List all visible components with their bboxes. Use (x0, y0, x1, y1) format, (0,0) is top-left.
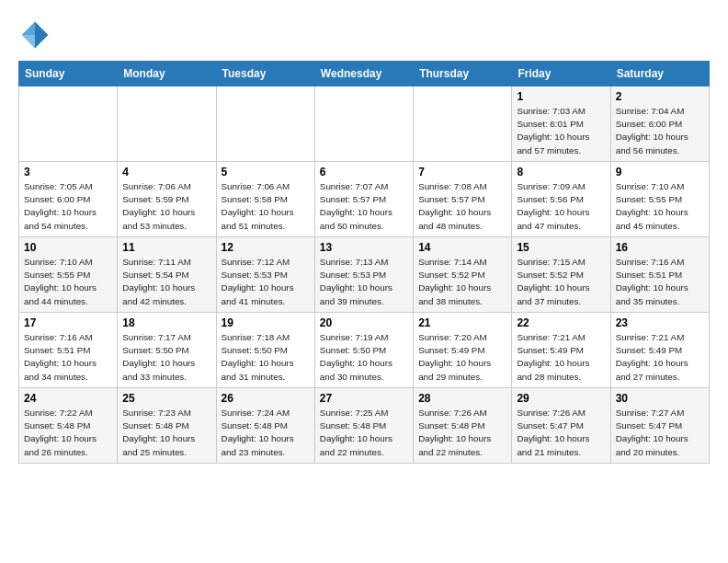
day-info: Sunrise: 7:07 AM Sunset: 5:57 PM Dayligh… (320, 180, 408, 233)
calendar-cell: 20Sunrise: 7:19 AM Sunset: 5:50 PM Dayli… (314, 313, 413, 388)
day-info: Sunrise: 7:13 AM Sunset: 5:53 PM Dayligh… (320, 256, 408, 308)
day-number: 5 (222, 166, 310, 178)
calendar-cell (19, 86, 118, 162)
calendar-cell: 8Sunrise: 7:09 AM Sunset: 5:56 PM Daylig… (512, 162, 610, 237)
calendar-cell: 24Sunrise: 7:22 AM Sunset: 5:48 PM Dayli… (19, 388, 118, 464)
day-number: 6 (320, 166, 408, 178)
calendar: SundayMondayTuesdayWednesdayThursdayFrid… (18, 61, 710, 464)
day-info: Sunrise: 7:14 AM Sunset: 5:52 PM Dayligh… (418, 256, 506, 308)
calendar-cell: 25Sunrise: 7:23 AM Sunset: 5:48 PM Dayli… (118, 388, 216, 464)
day-info: Sunrise: 7:21 AM Sunset: 5:49 PM Dayligh… (616, 331, 704, 384)
day-number: 28 (418, 392, 506, 405)
calendar-cell: 1Sunrise: 7:03 AM Sunset: 6:01 PM Daylig… (512, 86, 610, 162)
calendar-cell (314, 86, 413, 162)
day-number: 22 (517, 316, 605, 329)
day-number: 2 (616, 90, 704, 103)
day-info: Sunrise: 7:19 AM Sunset: 5:50 PM Dayligh… (320, 331, 408, 384)
calendar-cell: 23Sunrise: 7:21 AM Sunset: 5:49 PM Dayli… (610, 313, 709, 388)
weekday-header: Friday (512, 62, 610, 86)
day-info: Sunrise: 7:17 AM Sunset: 5:50 PM Dayligh… (122, 331, 210, 384)
calendar-cell: 28Sunrise: 7:26 AM Sunset: 5:48 PM Dayli… (414, 388, 512, 464)
day-info: Sunrise: 7:18 AM Sunset: 5:50 PM Dayligh… (222, 331, 310, 384)
calendar-cell: 22Sunrise: 7:21 AM Sunset: 5:49 PM Dayli… (512, 313, 610, 388)
day-number: 1 (517, 90, 605, 103)
calendar-cell: 29Sunrise: 7:26 AM Sunset: 5:47 PM Dayli… (512, 388, 610, 464)
day-info: Sunrise: 7:21 AM Sunset: 5:49 PM Dayligh… (517, 331, 605, 384)
day-info: Sunrise: 7:16 AM Sunset: 5:51 PM Dayligh… (24, 331, 112, 384)
calendar-cell: 4Sunrise: 7:06 AM Sunset: 5:59 PM Daylig… (118, 162, 216, 237)
calendar-header: SundayMondayTuesdayWednesdayThursdayFrid… (19, 62, 710, 86)
day-number: 27 (320, 392, 408, 405)
day-number: 14 (418, 241, 506, 254)
day-number: 26 (222, 392, 310, 405)
day-info: Sunrise: 7:12 AM Sunset: 5:53 PM Dayligh… (222, 256, 310, 308)
day-info: Sunrise: 7:05 AM Sunset: 6:00 PM Dayligh… (24, 180, 112, 233)
weekday-header: Wednesday (314, 62, 413, 86)
day-number: 8 (517, 166, 605, 178)
calendar-cell: 21Sunrise: 7:20 AM Sunset: 5:49 PM Dayli… (414, 313, 512, 388)
calendar-cell: 6Sunrise: 7:07 AM Sunset: 5:57 PM Daylig… (314, 162, 413, 237)
calendar-cell: 12Sunrise: 7:12 AM Sunset: 5:53 PM Dayli… (216, 237, 314, 313)
day-info: Sunrise: 7:26 AM Sunset: 5:47 PM Dayligh… (517, 407, 605, 459)
day-info: Sunrise: 7:11 AM Sunset: 5:54 PM Dayligh… (122, 256, 210, 308)
weekday-header: Sunday (19, 62, 118, 86)
day-number: 13 (320, 241, 408, 254)
calendar-cell: 14Sunrise: 7:14 AM Sunset: 5:52 PM Dayli… (414, 237, 512, 313)
day-info: Sunrise: 7:08 AM Sunset: 5:57 PM Dayligh… (418, 180, 506, 233)
weekday-header: Tuesday (216, 62, 314, 86)
day-number: 20 (320, 316, 408, 329)
day-number: 7 (418, 166, 506, 178)
calendar-cell: 26Sunrise: 7:24 AM Sunset: 5:48 PM Dayli… (216, 388, 314, 464)
calendar-cell: 10Sunrise: 7:10 AM Sunset: 5:55 PM Dayli… (19, 237, 118, 313)
weekday-header: Saturday (610, 62, 709, 86)
header (18, 18, 710, 52)
calendar-week: 10Sunrise: 7:10 AM Sunset: 5:55 PM Dayli… (19, 237, 710, 313)
day-info: Sunrise: 7:09 AM Sunset: 5:56 PM Dayligh… (517, 180, 605, 233)
page: SundayMondayTuesdayWednesdayThursdayFrid… (0, 0, 728, 473)
svg-marker-1 (22, 22, 35, 35)
day-number: 29 (517, 392, 605, 405)
day-info: Sunrise: 7:16 AM Sunset: 5:51 PM Dayligh… (616, 256, 704, 308)
day-info: Sunrise: 7:26 AM Sunset: 5:48 PM Dayligh… (418, 407, 506, 459)
day-info: Sunrise: 7:24 AM Sunset: 5:48 PM Dayligh… (222, 407, 310, 459)
day-info: Sunrise: 7:22 AM Sunset: 5:48 PM Dayligh… (24, 407, 112, 459)
logo (18, 18, 53, 52)
day-info: Sunrise: 7:06 AM Sunset: 5:59 PM Dayligh… (122, 180, 210, 233)
day-number: 30 (616, 392, 704, 405)
calendar-cell (216, 86, 314, 162)
calendar-cell (414, 86, 512, 162)
day-info: Sunrise: 7:03 AM Sunset: 6:01 PM Dayligh… (517, 105, 605, 157)
day-number: 9 (616, 166, 704, 178)
day-number: 17 (24, 316, 112, 329)
weekday-row: SundayMondayTuesdayWednesdayThursdayFrid… (19, 62, 710, 86)
svg-marker-3 (35, 35, 48, 48)
calendar-cell: 30Sunrise: 7:27 AM Sunset: 5:47 PM Dayli… (610, 388, 709, 464)
day-number: 23 (616, 316, 704, 329)
calendar-week: 24Sunrise: 7:22 AM Sunset: 5:48 PM Dayli… (19, 388, 710, 464)
calendar-cell: 3Sunrise: 7:05 AM Sunset: 6:00 PM Daylig… (19, 162, 118, 237)
day-number: 15 (517, 241, 605, 254)
calendar-week: 1Sunrise: 7:03 AM Sunset: 6:01 PM Daylig… (19, 86, 710, 162)
calendar-cell: 15Sunrise: 7:15 AM Sunset: 5:52 PM Dayli… (512, 237, 610, 313)
calendar-cell: 2Sunrise: 7:04 AM Sunset: 6:00 PM Daylig… (610, 86, 709, 162)
calendar-cell: 13Sunrise: 7:13 AM Sunset: 5:53 PM Dayli… (314, 237, 413, 313)
day-info: Sunrise: 7:04 AM Sunset: 6:00 PM Dayligh… (616, 105, 704, 157)
weekday-header: Monday (118, 62, 216, 86)
calendar-week: 17Sunrise: 7:16 AM Sunset: 5:51 PM Dayli… (19, 313, 710, 388)
svg-marker-0 (35, 22, 48, 35)
day-info: Sunrise: 7:10 AM Sunset: 5:55 PM Dayligh… (616, 180, 704, 233)
day-info: Sunrise: 7:23 AM Sunset: 5:48 PM Dayligh… (122, 407, 210, 459)
calendar-week: 3Sunrise: 7:05 AM Sunset: 6:00 PM Daylig… (19, 162, 710, 237)
calendar-cell: 5Sunrise: 7:06 AM Sunset: 5:58 PM Daylig… (216, 162, 314, 237)
logo-icon (18, 18, 51, 52)
day-info: Sunrise: 7:15 AM Sunset: 5:52 PM Dayligh… (517, 256, 605, 308)
day-info: Sunrise: 7:06 AM Sunset: 5:58 PM Dayligh… (222, 180, 310, 233)
calendar-cell: 16Sunrise: 7:16 AM Sunset: 5:51 PM Dayli… (610, 237, 709, 313)
svg-marker-2 (22, 35, 35, 48)
calendar-cell: 11Sunrise: 7:11 AM Sunset: 5:54 PM Dayli… (118, 237, 216, 313)
day-number: 4 (122, 166, 210, 178)
day-number: 12 (222, 241, 310, 254)
day-number: 10 (24, 241, 112, 254)
day-number: 25 (122, 392, 210, 405)
calendar-cell: 18Sunrise: 7:17 AM Sunset: 5:50 PM Dayli… (118, 313, 216, 388)
